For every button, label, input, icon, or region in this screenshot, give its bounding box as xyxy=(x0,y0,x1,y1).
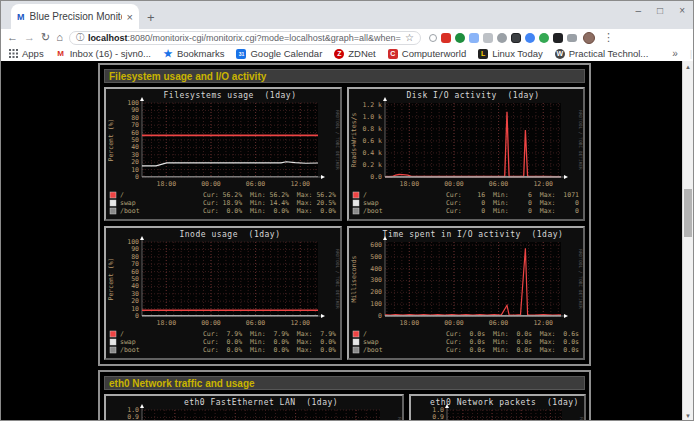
green-badge-extension-icon[interactable] xyxy=(455,33,465,43)
browser-toolbar: ← → ↻ ⌂ ⓘ localhost:8080/monitorix-cgi/m… xyxy=(1,29,693,46)
home-icon[interactable]: ⌂ xyxy=(56,32,63,43)
svg-text:10: 10 xyxy=(131,305,139,313)
bookmarks-divider: | xyxy=(690,48,692,59)
scrollbar-up-icon[interactable]: ▲ xyxy=(683,61,693,73)
svg-text:Milliseconds: Milliseconds xyxy=(350,255,358,302)
svg-text:RRDTOOL / TOBI OETIKER: RRDTOOL / TOBI OETIKER xyxy=(335,110,340,170)
svg-text:00:00: 00:00 xyxy=(201,180,221,188)
gmail-extension-icon[interactable] xyxy=(441,33,451,43)
linux-today-icon: L xyxy=(478,49,488,59)
svg-text:70: 70 xyxy=(131,121,139,129)
svg-text:Cur: 0.0% Min: 0.0% Max:: Cur: 0.0% Min: 0.0% Max: 0.0% xyxy=(203,346,336,354)
gmail-icon: M xyxy=(56,49,66,59)
bookmarks-overflow-chevron[interactable]: » xyxy=(672,48,678,59)
svg-text:1.0 k: 1.0 k xyxy=(362,113,382,121)
svg-text:500: 500 xyxy=(370,253,382,261)
monitorix-favicon-icon: M xyxy=(17,12,25,22)
svg-text:Time spent in I/O activity (1: Time spent in I/O activity (1day) xyxy=(383,230,564,239)
svg-text:Disk I/O activity (1day): Disk I/O activity (1day) xyxy=(407,91,540,100)
bookmark-inbox[interactable]: M Inbox (16) - sjvn0... xyxy=(56,48,151,59)
bookmark-computerworld[interactable]: C Computerworld xyxy=(388,48,466,59)
svg-text:40: 40 xyxy=(131,143,139,151)
svg-text:Cur: 0.0% Min: 0.0% Max:: Cur: 0.0% Min: 0.0% Max: 0.0% xyxy=(203,338,336,346)
green-circle-extension-icon[interactable] xyxy=(539,33,549,43)
new-tab-button[interactable]: + xyxy=(147,10,155,25)
bookmark-star-icon[interactable]: ☆ xyxy=(405,32,414,43)
monitorix-page: Filesystem usage and I/O activity 18:000… xyxy=(98,63,591,421)
svg-text:/: / xyxy=(363,330,367,338)
svg-text:60: 60 xyxy=(131,268,139,276)
tab-close-icon[interactable]: × xyxy=(127,11,133,23)
svg-text:0.2 k: 0.2 k xyxy=(362,161,382,169)
svg-text:swap: swap xyxy=(120,199,136,207)
svg-text:Reads+Writes/s: Reads+Writes/s xyxy=(350,113,358,168)
bookmark-practical-technology[interactable]: W Practical Technol... xyxy=(555,48,649,59)
wordpress-icon: W xyxy=(555,49,565,59)
browser-tab[interactable]: M Blue Precision Monitorix × xyxy=(11,4,139,29)
svg-text:swap: swap xyxy=(363,338,379,346)
svg-text:Cur: 56.2% Min: 56.2% Max: 5: Cur: 56.2% Min: 56.2% Max: 56.2% xyxy=(203,191,336,199)
svg-text:100: 100 xyxy=(127,99,139,107)
section-title-network: eth0 Network traffic and usage xyxy=(104,376,585,390)
bookmark-linux-today[interactable]: L Linux Today xyxy=(478,48,543,59)
grey-square-extension-icon[interactable] xyxy=(483,33,493,43)
magnifier-extension-icon[interactable] xyxy=(429,34,437,42)
svg-text:12:00: 12:00 xyxy=(290,319,310,327)
black-pin-extension-icon[interactable] xyxy=(553,33,563,43)
svg-text:300: 300 xyxy=(370,276,382,284)
page-info-icon[interactable]: ⓘ xyxy=(76,34,84,42)
svg-text:30: 30 xyxy=(131,290,139,298)
calendar-icon: 31 xyxy=(236,49,246,59)
computerworld-icon: C xyxy=(388,49,398,59)
star-icon: ★ xyxy=(163,49,173,59)
url-text[interactable]: localhost:8080/monitorix-cgi/monitorix.c… xyxy=(88,33,401,43)
svg-text:Cur: 0.0s Min: 0.0s Max:: Cur: 0.0s Min: 0.0s Max: 0.6s xyxy=(446,330,579,338)
svg-text:/boot: /boot xyxy=(120,346,140,354)
close-button[interactable]: × xyxy=(679,5,685,16)
url-host: localhost xyxy=(88,33,128,43)
svg-text:/boot: /boot xyxy=(363,346,383,354)
svg-text:/boot: /boot xyxy=(363,207,383,215)
svg-text:Filesystems usage (1day): Filesystems usage (1day) xyxy=(164,91,297,100)
tab-strip: M Blue Precision Monitorix × + – □ × xyxy=(1,1,693,29)
bookmark-google-calendar[interactable]: 31 Google Calendar xyxy=(236,48,322,59)
svg-text:00:00: 00:00 xyxy=(444,319,464,327)
graph-row-1: 18:0000:0006:0012:0001020304050607080901… xyxy=(104,87,585,221)
time-io-activity-graph: 18:0000:0006:0012:000100200300400500600T… xyxy=(347,226,585,360)
bookmark-bookmarks[interactable]: ★ Bookmarks xyxy=(163,48,225,59)
svg-text:06:00: 06:00 xyxy=(246,180,266,188)
maximize-button[interactable]: □ xyxy=(657,5,663,16)
blue-oval-extension-icon[interactable] xyxy=(525,33,535,43)
scrollbar-down-icon[interactable]: ▼ xyxy=(683,410,693,421)
address-bar[interactable]: ⓘ localhost:8080/monitorix-cgi/monitorix… xyxy=(69,31,421,45)
page-scrollbar[interactable]: ▲ ▼ xyxy=(682,61,693,421)
svg-text:00:00: 00:00 xyxy=(444,180,464,188)
svg-text:/boot: /boot xyxy=(120,207,140,215)
svg-text:100: 100 xyxy=(370,300,382,308)
svg-text:Cur: 0.0% Min: 0.0% Max:: Cur: 0.0% Min: 0.0% Max: 0.0% xyxy=(203,207,336,215)
zdnet-icon: Z xyxy=(334,49,344,59)
svg-text:12:00: 12:00 xyxy=(533,180,553,188)
svg-text:swap: swap xyxy=(120,338,136,346)
back-icon[interactable]: ← xyxy=(7,32,18,43)
profile-avatar[interactable] xyxy=(583,32,595,44)
minimize-button[interactable]: – xyxy=(636,5,642,16)
bookmark-zdnet[interactable]: Z ZDNet xyxy=(334,48,375,59)
eye-extension-icon[interactable] xyxy=(497,33,507,43)
svg-text:80: 80 xyxy=(131,114,139,122)
svg-text:RRDTOOL / TOBI OETIKER: RRDTOOL / TOBI OETIKER xyxy=(335,249,340,309)
reload-icon[interactable]: ↻ xyxy=(41,32,50,43)
forward-icon[interactable]: → xyxy=(24,32,35,43)
svg-text:18:00: 18:00 xyxy=(399,319,419,327)
svg-text:0.8 k: 0.8 k xyxy=(362,125,382,133)
pages-extension-icon[interactable] xyxy=(469,33,479,43)
browser-menu-icon[interactable]: ⋮ xyxy=(603,31,614,44)
scrollbar-thumb[interactable] xyxy=(684,189,692,237)
section-filesystem: Filesystem usage and I/O activity 18:000… xyxy=(98,63,591,366)
playlist-extension-icon[interactable] xyxy=(567,34,577,42)
inode-usage-graph: 18:0000:0006:0012:0001020304050607080901… xyxy=(104,226,342,360)
bookmark-apps[interactable]: Apps xyxy=(9,48,44,59)
svg-text:70: 70 xyxy=(131,260,139,268)
dark-square-extension-icon[interactable] xyxy=(511,33,521,43)
svg-text:20: 20 xyxy=(131,158,139,166)
